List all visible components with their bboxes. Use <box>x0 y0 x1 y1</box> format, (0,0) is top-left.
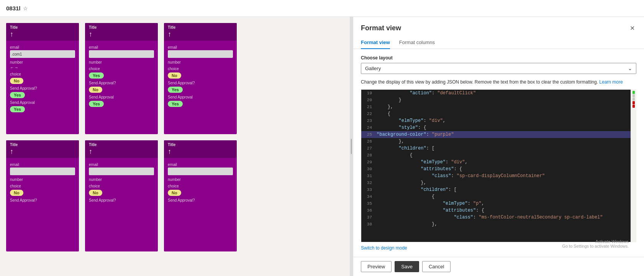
code-line: 29 "elmType": "div", <box>361 159 631 166</box>
code-line: 30 "attributes": { <box>361 166 631 172</box>
code-line: 25 "background-color": "purple" <box>361 131 631 138</box>
card-icon: ↑ <box>89 148 154 156</box>
code-line: 24 "style": { <box>361 124 631 131</box>
code-editor[interactable]: 19 "action": "defaultClick" 20 } 21 }, 2… <box>361 89 631 242</box>
chevron-down-icon: ⌄ <box>628 66 632 71</box>
code-line: 28 { <box>361 152 631 159</box>
code-line: 27 "children": [ <box>361 145 631 152</box>
code-line: 26 }, <box>361 138 631 145</box>
choose-layout-label: Choose layout <box>361 55 636 61</box>
card-item[interactable]: Title ↑ email number choice No Send Appr… <box>6 140 79 251</box>
card-body: email number ←→ choice No Send Approval?… <box>6 41 79 116</box>
card-item[interactable]: Title ↑ email number choice Yes Send App… <box>85 23 158 134</box>
code-line: 21 }, <box>361 104 631 110</box>
choice-badge: No <box>10 78 23 84</box>
email-input[interactable] <box>10 168 75 175</box>
panel-divider[interactable] <box>350 17 353 276</box>
card-header: Title ↑ <box>85 140 158 158</box>
send-approval2-label: Send Approval <box>10 100 75 105</box>
card-icon: ↑ <box>89 30 154 38</box>
card-body: email number choice No Send Approval? <box>164 158 237 207</box>
panel-actions: Preview Save Cancel Activate Windows Go … <box>353 257 644 276</box>
card-icon: ↑ <box>10 30 75 38</box>
card-header: Title ↑ <box>85 23 158 41</box>
code-line: 31 "class": "sp-card-displayColumnContai… <box>361 172 631 179</box>
layout-value: Gallery <box>365 66 381 71</box>
choice-badge: No <box>168 72 181 79</box>
card-icon: ↑ <box>168 148 233 156</box>
code-editor-wrapper: 19 "action": "defaultClick" 20 } 21 }, 2… <box>361 89 636 242</box>
layout-dropdown[interactable]: Gallery ⌄ <box>361 63 636 74</box>
card-item[interactable]: Title ↑ email number choice No Send Appr… <box>85 140 158 251</box>
send-approval2-badge: Yes <box>10 106 25 112</box>
send-approval2-label: Send Approval <box>89 95 154 99</box>
email-input[interactable] <box>168 168 233 175</box>
email-input[interactable] <box>89 168 154 175</box>
card-header: Title ↑ <box>164 140 237 158</box>
code-line: 37 "class": "ms-fontColor-neutralSeconda… <box>361 214 631 221</box>
card-body: email number choice Yes Send Approval? N… <box>85 41 158 111</box>
code-line: 32 }, <box>361 179 631 186</box>
learn-more-link[interactable]: Learn more <box>599 79 623 85</box>
save-button[interactable]: Save <box>395 261 419 272</box>
card-icon: ↑ <box>10 148 75 156</box>
choice-badge: No <box>168 190 181 196</box>
panel-title: Format view <box>361 24 401 32</box>
choice-badge: No <box>10 190 23 196</box>
tab-format-columns[interactable]: Format columns <box>399 36 435 49</box>
email-input[interactable] <box>10 50 75 58</box>
top-bar: 0831l ☆ <box>0 0 644 17</box>
card-item[interactable]: Title ↑ email number ←→ choice No Send A… <box>6 23 79 134</box>
code-line: 33 "children": [ <box>361 186 631 193</box>
code-line: 34 { <box>361 193 631 200</box>
card-body: email number choice No Send Approval? Ye… <box>164 41 237 111</box>
preview-button[interactable]: Preview <box>361 261 392 272</box>
send-approval-badge: Yes <box>10 92 25 98</box>
code-line: 20 } <box>361 97 631 104</box>
page-title: 0831l <box>6 5 21 12</box>
code-line: 38 }, <box>361 221 631 228</box>
card-body: email number choice No Send Approval? <box>85 158 158 207</box>
main-container: Title ↑ email number ←→ choice No Send A… <box>0 17 644 276</box>
panel-tabs: Format view Format columns <box>353 36 644 49</box>
gallery-area: Title ↑ email number ←→ choice No Send A… <box>0 17 350 276</box>
send-approval2-badge: Yes <box>89 101 104 107</box>
description-text: Change the display of this view by addin… <box>361 79 636 85</box>
code-scrollbar[interactable] <box>631 89 636 242</box>
code-line: 35 "elmType": "p", <box>361 200 631 207</box>
tab-format-view[interactable]: Format view <box>361 36 390 49</box>
card-item[interactable]: Title ↑ email number choice No Send Appr… <box>164 23 237 134</box>
send-approval2-badge: Yes <box>168 101 183 107</box>
card-header: Title ↑ <box>6 23 79 41</box>
email-input[interactable] <box>89 50 154 58</box>
choice-badge: Yes <box>89 72 104 79</box>
card-icon: ↑ <box>168 30 233 38</box>
format-panel: Format view ✕ Format view Format columns… <box>353 17 644 276</box>
code-line: 19 "action": "defaultClick" <box>361 90 631 97</box>
choice-badge: No <box>89 190 102 196</box>
send-approval-badge: No <box>89 87 102 93</box>
card-header: Title ↑ <box>164 23 237 41</box>
send-approval-badge: Yes <box>168 87 183 93</box>
code-line: 23 "elmType": "div", <box>361 117 631 124</box>
cancel-button[interactable]: Cancel <box>422 261 451 272</box>
card-body: email number choice No Send Approval? <box>6 158 79 207</box>
switch-design-link[interactable]: Switch to design mode <box>361 242 636 251</box>
card-item[interactable]: Title ↑ email number choice No Send Appr… <box>164 140 237 251</box>
card-header: Title ↑ <box>6 140 79 158</box>
panel-body: Choose layout Gallery ⌄ Change the displ… <box>353 49 644 257</box>
send-approval2-label: Send Approval <box>168 95 233 99</box>
gallery-grid: Title ↑ email number ←→ choice No Send A… <box>6 23 344 251</box>
favorite-icon[interactable]: ☆ <box>23 5 28 12</box>
close-button[interactable]: ✕ <box>628 23 636 33</box>
code-line: 36 "attributes": { <box>361 207 631 214</box>
email-input[interactable] <box>168 50 233 58</box>
panel-header: Format view ✕ <box>353 17 644 33</box>
code-line: 22 { <box>361 110 631 117</box>
